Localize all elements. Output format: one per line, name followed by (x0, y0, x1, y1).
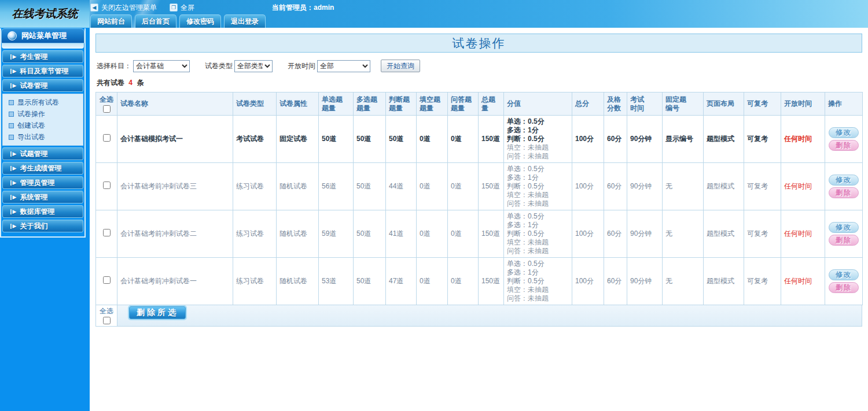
summary-prefix: 共有试卷 (97, 79, 124, 87)
table-row-0: 会计基础模拟考试一考试试卷固定试卷50道50道50道0道0道150道单选：0.5… (96, 116, 863, 163)
exam-duration: 90分钟 (627, 163, 663, 210)
sidebar-divider (2, 43, 84, 49)
paper-type: 考试试卷 (233, 116, 277, 163)
submenu-item-0[interactable]: 显示所有试卷 (3, 97, 83, 108)
pass-score: 60分 (604, 163, 627, 210)
sidebar-header-label: 网站菜单管理 (21, 31, 67, 41)
row-checkbox[interactable] (103, 182, 111, 189)
delete-selected-button[interactable]: 删除所选 (129, 306, 186, 319)
page-layout: 题型模式 (704, 116, 744, 163)
col-header-label: 试卷属性 (279, 99, 307, 108)
sidebar-item-3[interactable]: ❙▶试题管理 (2, 147, 83, 160)
sidebar-item-5[interactable]: ❙▶管理员管理 (2, 176, 83, 189)
summary-suffix: 条 (137, 79, 144, 87)
exam-duration: 90分钟 (627, 210, 663, 258)
score-main-lines: 单选：0.5分 多选：1分 判断：0.5分 (507, 117, 545, 143)
col-header-label: 固定题 编号 (665, 95, 686, 112)
score-dim-lines: 填空：未抽题 问答：未抽题 (507, 143, 549, 160)
square-bullet-icon (9, 123, 14, 128)
total-count: 150道 (479, 210, 504, 258)
edit-button[interactable]: 修改 (829, 175, 859, 186)
paper-attribute: 固定试卷 (277, 116, 319, 163)
submenu-item-label: 显示所有试卷 (17, 98, 59, 108)
paper-type-select[interactable]: 全部类型 (234, 60, 273, 72)
judge-count: 44道 (386, 163, 417, 210)
submenu-item-2[interactable]: 创建试卷 (3, 120, 83, 131)
footer-actions: 删除所选 (117, 305, 862, 326)
sidebar-item-6[interactable]: ❙▶系统管理 (2, 191, 83, 203)
col-header-label: 及格 分数 (607, 95, 621, 112)
submenu-item-label: 导出试卷 (17, 132, 45, 142)
row-actions: 修改删除 (825, 210, 863, 258)
edit-button[interactable]: 修改 (829, 269, 859, 280)
exam-duration: 90分钟 (627, 116, 663, 163)
sidebar-item-1[interactable]: ❙▶科目及章节管理 (2, 65, 83, 77)
paper-attribute: 随机试卷 (277, 163, 319, 210)
search-button[interactable]: 开始查询 (381, 60, 420, 72)
paper-attribute: 随机试卷 (277, 210, 319, 258)
delete-button[interactable]: 删除 (829, 235, 859, 246)
retake-flag: 可复考 (744, 163, 781, 210)
close-sidebar-button[interactable]: ◀ 关闭左边管理菜单 (90, 3, 157, 13)
retake-flag: 可复考 (744, 210, 781, 258)
page-layout: 题型模式 (704, 258, 744, 305)
col-header-label: 页面布局 (707, 99, 734, 108)
qa-count: 0道 (448, 210, 479, 258)
tab-0[interactable]: 网站前台 (90, 14, 132, 28)
topbar: 在线考试系统 ◀ 关闭左边管理菜单 ❐ 全屏 当前管理员：admin 网站前台后… (0, 0, 868, 28)
sidebar-item-2[interactable]: ❙▶试卷管理 (2, 79, 83, 92)
table-footer: 全选 删除所选 (95, 305, 862, 327)
delete-button[interactable]: 删除 (829, 187, 859, 198)
select-all-checkbox[interactable] (103, 317, 111, 324)
sidebar-item-4[interactable]: ❙▶考生成绩管理 (2, 162, 83, 175)
col-header-4: 单选题 题量 (319, 92, 354, 116)
menu-arrow-icon: ❙▶ (9, 68, 16, 74)
menu-arrow-icon: ❙▶ (9, 54, 16, 60)
tab-1[interactable]: 后台首页 (135, 14, 176, 28)
col-header-15: 页面布局 (704, 92, 744, 116)
submenu-item-3[interactable]: 导出试卷 (3, 131, 83, 143)
sidebar-item-8[interactable]: ❙▶关于我们 (2, 220, 83, 232)
open-time-select[interactable]: 全部 (317, 60, 370, 72)
footer-select-all: 全选 (96, 305, 117, 326)
sidebar-item-0[interactable]: ❙▶考生管理 (2, 50, 83, 63)
menu-arrow-icon: ❙▶ (9, 151, 16, 157)
paper-table-body: 会计基础模拟考试一考试试卷固定试卷50道50道50道0道0道150道单选：0.5… (96, 116, 863, 305)
row-checkbox[interactable] (103, 229, 111, 236)
paper-type: 练习试卷 (233, 210, 277, 258)
fullscreen-button[interactable]: ❐ 全屏 (170, 3, 194, 13)
total-count: 150道 (479, 163, 504, 210)
sidebar-menu: 网站菜单管理 ❙▶考生管理❙▶科目及章节管理❙▶试卷管理显示所有试卷试卷操作创建… (0, 28, 86, 238)
fixed-number: 无 (663, 163, 704, 210)
result-summary: 共有试卷 4 条 (97, 78, 862, 88)
row-actions: 修改删除 (825, 163, 863, 210)
row-checkbox[interactable] (103, 276, 111, 284)
total-score: 100分 (572, 116, 604, 163)
square-bullet-icon (9, 135, 14, 140)
col-header-0: 全选 (96, 92, 117, 116)
paper-name: 会计基础考前冲刺试卷二 (117, 210, 233, 258)
pass-score: 60分 (604, 258, 627, 305)
header-select-all-checkbox[interactable] (103, 105, 111, 113)
sidebar-item-label: 考生成绩管理 (20, 164, 61, 173)
delete-button[interactable]: 删除 (829, 140, 859, 151)
col-header-13: 考试 时间 (627, 92, 663, 116)
row-checkbox[interactable] (103, 134, 111, 142)
qa-count: 0道 (448, 258, 479, 305)
edit-button[interactable]: 修改 (829, 222, 859, 233)
tab-3[interactable]: 退出登录 (224, 14, 266, 28)
blank-count: 0道 (417, 163, 448, 210)
globe-orb-icon (8, 31, 17, 40)
paper-type: 练习试卷 (233, 163, 277, 210)
edit-button[interactable]: 修改 (829, 127, 859, 138)
sidebar-item-7[interactable]: ❙▶数据库管理 (2, 205, 83, 218)
subject-select[interactable]: 会计基础 (133, 60, 190, 72)
single-count: 50道 (319, 116, 354, 163)
tab-2[interactable]: 修改密码 (179, 14, 221, 28)
retake-flag: 可复考 (744, 116, 781, 163)
app-logo: 在线考试系统 (0, 0, 90, 28)
delete-button[interactable]: 删除 (829, 282, 859, 293)
multi-count: 50道 (354, 210, 386, 258)
submenu-item-1[interactable]: 试卷操作 (3, 108, 83, 120)
sidebar: 网站菜单管理 ❙▶考生管理❙▶科目及章节管理❙▶试卷管理显示所有试卷试卷操作创建… (0, 28, 90, 411)
